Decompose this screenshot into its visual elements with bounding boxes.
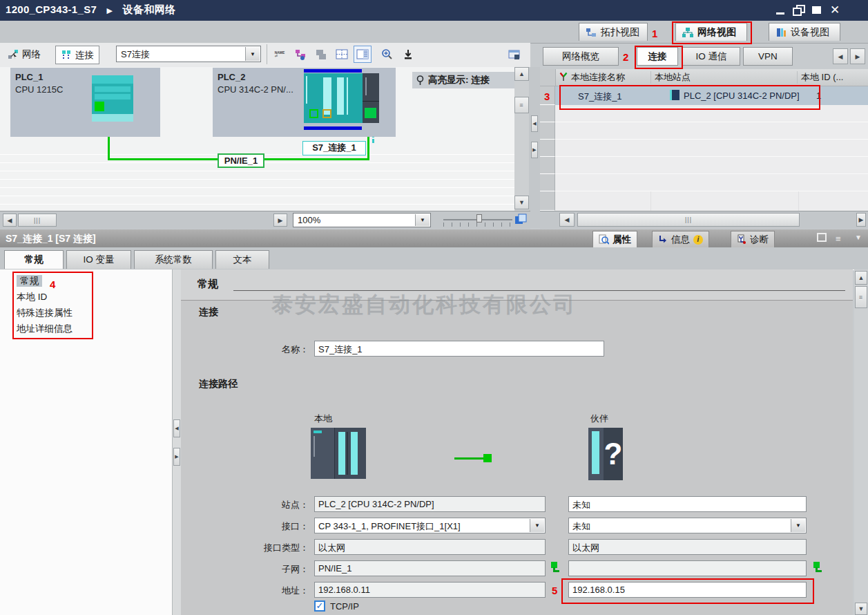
plc2-type: CPU 314C-2 PN/... <box>218 84 293 95</box>
subtab-io-tags[interactable]: IO 变量 <box>66 250 131 269</box>
connections-mode-button[interactable]: 连接 <box>55 46 99 64</box>
tab-device-view[interactable]: 设备视图 <box>769 23 840 41</box>
breadcrumb-section[interactable]: 设备和网络 <box>123 3 176 15</box>
partner-station-field[interactable]: 未知 <box>568 496 807 512</box>
properties-scroll-up-icon[interactable]: ▲ <box>855 271 867 285</box>
save-window-settings-button[interactable] <box>505 46 523 63</box>
plc2-node[interactable]: PLC_2 CPU 314C-2 PN/... <box>213 68 396 137</box>
col-local-id[interactable]: 本地 ID (... <box>798 71 843 84</box>
assign-name-button[interactable]: NAME⏎ <box>271 46 289 63</box>
network-canvas[interactable]: PLC_1 CPU 1215C PLC_2 CPU 314C-2 PN/... <box>0 67 514 211</box>
tab-vpn[interactable]: VPN <box>743 47 793 66</box>
connection-type-dropdown-arrow-icon[interactable]: ▼ <box>245 47 260 61</box>
nav-item-special-properties[interactable]: 特殊连接属性 <box>17 307 73 319</box>
zoom-dropdown-arrow-icon[interactable]: ▼ <box>415 214 430 226</box>
tab-diagnostics[interactable]: 诊断 <box>731 231 775 247</box>
properties-vscrollbar[interactable]: ▲ ≡ ▼ <box>854 269 868 615</box>
panel-splitter[interactable]: ◀ ▶ <box>529 67 540 228</box>
subnet-name-label[interactable]: PN/IE_1 <box>218 153 264 168</box>
page-break-preview-button[interactable] <box>312 46 330 63</box>
close-button[interactable]: ✕ <box>827 5 842 16</box>
local-address-field[interactable]: 192.168.0.11 <box>314 582 546 598</box>
nav-item-general[interactable]: 常规 <box>17 275 42 287</box>
local-interface-combo[interactable]: CP 343-1_1, PROFINET接口_1[X1] ▼ <box>314 518 546 533</box>
collapse-right-icon[interactable]: ▶ <box>531 142 538 158</box>
subtab-system-constants[interactable]: 系统常数 <box>134 250 213 269</box>
zoom-level-dropdown[interactable]: 100% ▼ <box>293 213 431 227</box>
hscroll-left-icon[interactable]: ◀ <box>3 214 17 227</box>
float-panel-icon[interactable] <box>817 233 827 242</box>
col-local-station[interactable]: 本地站点 <box>651 71 798 84</box>
zoom-slider-handle[interactable] <box>476 214 482 223</box>
scroll-up-icon[interactable]: ▲ <box>514 67 529 81</box>
breadcrumb-project[interactable]: 1200_CP343-1_S7 <box>6 3 97 15</box>
collapse-panel-icon[interactable]: ▼ <box>855 234 862 241</box>
connection-name-field[interactable]: S7_连接_1 <box>314 341 604 357</box>
overview-scroll-thumb[interactable]: ||| <box>577 213 800 227</box>
tcpip-checkbox[interactable]: ✓ <box>314 600 325 612</box>
plc1-node[interactable]: PLC_1 CPU 1215C <box>10 68 160 137</box>
maximize-button[interactable] <box>809 5 824 16</box>
partner-address-field[interactable]: 192.168.0.15 <box>568 582 807 598</box>
tab-io-communication[interactable]: IO 通信 <box>682 47 740 66</box>
tab-network-view[interactable]: 网络视图 <box>675 23 747 41</box>
tab-device-label: 设备视图 <box>791 26 829 39</box>
nav-item-local-id[interactable]: 本地 ID <box>17 291 47 303</box>
tab-connections[interactable]: 连接 <box>637 47 678 66</box>
properties-scroll-down-icon[interactable]: ▼ <box>855 603 867 615</box>
canvas-vscrollbar[interactable]: ▲ ≡ ▼ <box>514 67 529 211</box>
minimize-button[interactable] <box>773 5 789 16</box>
tab-properties[interactable]: 属性 <box>592 231 637 247</box>
overview-scroll-right-icon[interactable]: ▶ <box>856 213 866 227</box>
tab-network-overview[interactable]: 网络概览 <box>543 47 619 66</box>
overview-hscrollbar[interactable]: ◀ ||| ▶ <box>540 211 868 229</box>
local-interface-dropdown-arrow-icon[interactable]: ▼ <box>530 519 544 532</box>
tab-topology-view[interactable]: 拓扑视图 <box>579 23 648 41</box>
tab-scroll-left-icon[interactable]: ◀ <box>833 48 848 64</box>
grid-view-button[interactable] <box>333 46 351 63</box>
cp343-module-icon[interactable] <box>363 73 379 123</box>
highlight-label: 高亮显示: 连接 <box>428 74 490 86</box>
partner-interface-type-field[interactable]: 以太网 <box>568 539 807 555</box>
plc1-device-icon[interactable] <box>92 75 133 114</box>
col-local-connection-name[interactable]: 本地连接名称 <box>571 71 651 84</box>
nav-collapse-right-icon[interactable]: ▶ <box>173 448 180 466</box>
subtab-texts[interactable]: 文本 <box>215 250 269 269</box>
subtab-general[interactable]: 常规 <box>4 250 64 269</box>
scroll-down-icon[interactable]: ▼ <box>514 196 529 209</box>
breadcrumb[interactable]: 1200_CP343-1_S7 ▶ 设备和网络 <box>6 3 175 17</box>
nav-collapse-left-icon[interactable]: ◀ <box>173 419 180 437</box>
partner-interface-dropdown-arrow-icon[interactable]: ▼ <box>791 519 805 532</box>
table-row[interactable]: 3 S7_连接_1 PLC_2 [CPU 314C-2 PN/DP] 1 <box>540 86 868 105</box>
zoom-button[interactable] <box>378 46 396 63</box>
overview-navigation-button[interactable] <box>514 213 528 227</box>
partner-interface-combo[interactable]: 未知 ▼ <box>568 518 807 533</box>
properties-scroll-thumb[interactable]: ≡ <box>855 286 867 308</box>
tab-scroll-right-icon[interactable]: ▶ <box>850 48 865 64</box>
network-mode-button[interactable]: 网络 <box>3 46 46 63</box>
s7-connection-label[interactable]: S7_连接_1 <box>302 141 366 155</box>
partner-subnet-field[interactable] <box>568 560 807 576</box>
connection-type-dropdown[interactable]: S7连接 ▼ <box>116 46 261 62</box>
plc2-rack-icon[interactable] <box>304 73 363 123</box>
local-station-field[interactable]: PLC_2 [CPU 314C-2 PN/DP] <box>314 496 546 512</box>
overview-scroll-left-icon[interactable]: ◀ <box>559 213 575 227</box>
row-station-icon <box>670 90 679 100</box>
collapse-left-icon[interactable]: ◀ <box>531 115 538 132</box>
hscroll-right-icon[interactable]: ▶ <box>273 214 287 227</box>
split-editor-button[interactable] <box>354 46 372 63</box>
tab-info[interactable]: 信息 i <box>652 231 709 247</box>
nav-item-address-details[interactable]: 地址详细信息 <box>17 323 73 335</box>
panel-menu-icon[interactable]: ≡ <box>836 234 841 244</box>
highlight-indicator[interactable]: 高亮显示: 连接 <box>412 72 514 88</box>
connections-table-body[interactable] <box>540 105 868 211</box>
plc2-port-green-icon <box>309 109 318 118</box>
local-subnet-field[interactable]: PN/IE_1 <box>314 560 546 576</box>
scroll-thumb[interactable]: ≡ <box>514 97 529 113</box>
hscroll-thumb[interactable]: ||| <box>18 214 57 227</box>
save-layout-button[interactable] <box>399 46 417 63</box>
local-interface-type-field[interactable]: 以太网 <box>314 539 546 555</box>
show-relations-button[interactable] <box>291 46 309 63</box>
question-mark: ? <box>604 433 623 476</box>
restore-button[interactable] <box>791 5 806 16</box>
